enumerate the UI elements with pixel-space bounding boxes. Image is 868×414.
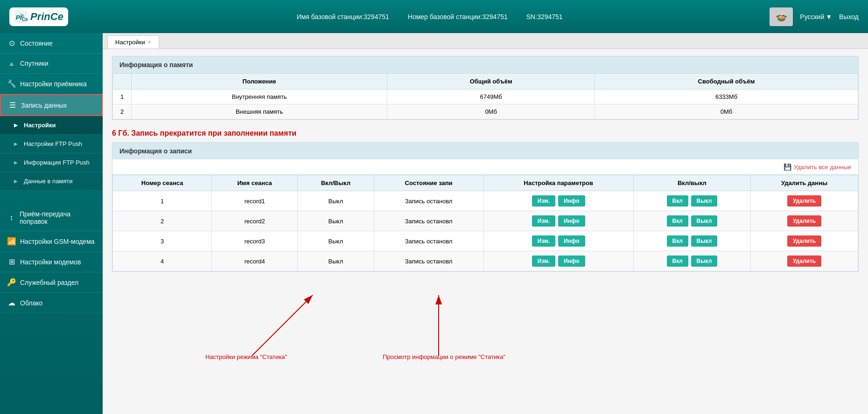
rec-row-2-num: 2 [113,211,212,231]
tab-close-icon[interactable]: × [148,39,151,46]
logo-image: Pr in Ce [14,10,28,24]
off-button-row-3[interactable]: Выкл [691,235,718,247]
info-button-row-4[interactable]: Инфо [558,255,585,267]
delete-all-icon: 💾 [784,163,791,171]
grid-icon: ⊞ [7,257,16,266]
device-icon: 🍲 [770,7,793,26]
sn-info: SN:3294751 [526,13,563,21]
sidebar-item-cloud[interactable]: ☁ Облако [0,293,103,313]
logo-text: PrinCe [30,11,63,23]
edit-button-row-2[interactable]: Изм. [532,215,556,227]
rec-row-2-params: Изм. Инфо [483,211,633,231]
rec-row-4-onoff2: Вкл Выкл [633,251,750,271]
tab-bar: Настройки × [103,33,868,49]
memory-section-header: Информация о памяти [112,56,858,73]
rec-row-3-onoff2: Вкл Выкл [633,231,750,251]
on-button-row-3[interactable]: Вкл [667,235,688,247]
on-button-row-2[interactable]: Вкл [667,215,688,227]
sidebar-item-receiver-settings[interactable]: 🔧 Настройки приёмника [0,74,103,94]
logo-box: Pr in Ce PrinCe [9,7,68,26]
table-icon: ☰ [8,101,17,110]
rec-row-1-status: Запись остановл [374,191,483,211]
rec-row-4-onoff: Выкл [298,251,374,271]
rec-row-1-delete: Удалить [751,191,858,211]
off-button-row-2[interactable]: Выкл [691,215,718,227]
delete-button-row-3[interactable]: Удалить [787,235,821,247]
exit-button[interactable]: Выход [839,13,859,21]
col-session-name-header: Имя сеанса [212,175,298,191]
memory-row-2-position: Внешняя память [132,104,387,119]
rec-row-1-onoff2: Вкл Выкл [633,191,750,211]
col-session-num-header: Номер сеанса [113,175,212,191]
edit-button-row-4[interactable]: Изм. [532,255,556,267]
rec-row-2-onoff: Выкл [298,211,374,231]
rec-row-1-name: record1 [212,191,298,211]
col-onoff2-header: Вкл/выкл [633,175,750,191]
on-button-row-1[interactable]: Вкл [667,195,688,207]
info-button-row-3[interactable]: Инфо [558,235,585,247]
memory-row-2-total: 0Мб [387,104,595,119]
cloud-icon: ☁ [7,298,16,307]
edit-button-row-1[interactable]: Изм. [532,195,556,207]
off-button-row-1[interactable]: Выкл [691,195,718,207]
delete-all-label: Удалить все данные [794,164,851,171]
rec-row-4-params: Изм. Инфо [483,251,633,271]
recording-section: Информация о записи 💾 Удалить все данные… [112,142,859,272]
sidebar-item-data-in-memory[interactable]: Данные в памяти [0,172,103,191]
sidebar-item-service[interactable]: 🔑 Служебный раздел [0,272,103,293]
sidebar-item-modem-settings[interactable]: ⊞ Настройки модемов [0,252,103,272]
annotation-static-info: Просмотр информации о режиме "Статика" [383,353,505,360]
memory-row-1: 1 Внутренняя память 6749Мб 6333Мб [113,90,858,104]
delete-button-row-2[interactable]: Удалить [787,215,821,227]
header-center: Имя базовой станции:3294751 Номер базово… [90,13,770,21]
col-total-header: Общий объём [387,74,595,90]
col-status-header: Состояние запи [374,175,483,191]
sidebar-item-transmission[interactable]: ↕ Приём-передача поправок [0,205,103,231]
recording-row-2: 2 record2 Выкл Запись остановл Изм. Инфо… [113,211,858,231]
memory-row-1-num: 1 [113,90,132,104]
sidebar-item-ftp-push-info[interactable]: Информация FTP Push [0,153,103,172]
sidebar-item-ftp-push-settings[interactable]: Настройки FTP Push [0,135,103,153]
sidebar-item-satellites[interactable]: ⟁ Спутники [0,54,103,74]
rec-row-3-params: Изм. Инфо [483,231,633,251]
svg-text:Ce: Ce [22,16,28,22]
arrows-svg [112,281,859,374]
on-button-row-4[interactable]: Вкл [667,255,688,267]
rec-row-3-onoff: Выкл [298,231,374,251]
recording-row-1: 1 record1 Выкл Запись остановл Изм. Инфо… [113,191,858,211]
off-button-row-4[interactable]: Выкл [691,255,718,267]
sidebar-item-status[interactable]: ⊙ Состояние [0,33,103,54]
rec-row-4-num: 4 [113,251,212,271]
memory-row-2: 2 Внешняя память 0Мб 0Мб [113,104,858,119]
annotation-static-settings: Настройки режима "Статика" [205,353,287,360]
sidebar-item-gsm-modem[interactable]: 📶 Настройки GSM-модема [0,231,103,252]
satellite-icon: ⟁ [7,59,16,68]
sidebar: ⊙ Состояние ⟁ Спутники 🔧 Настройки приём… [0,33,103,414]
info-button-row-2[interactable]: Инфо [558,215,585,227]
status-icon: ⊙ [7,39,16,48]
transmission-icon: ↕ [7,214,16,222]
col-delete-header: Удалить данны [751,175,858,191]
chevron-down-icon: ▼ [826,13,832,21]
edit-button-row-3[interactable]: Изм. [532,235,556,247]
logo-area: Pr in Ce PrinCe [9,7,90,26]
memory-row-1-total: 6749Мб [387,90,595,104]
rec-row-1-num: 1 [113,191,212,211]
warning-text: 6 Гб. Запись прекратится при заполнении … [112,129,859,138]
memory-row-1-free: 6333Мб [595,90,858,104]
memory-section: Информация о памяти Положение Общий объё… [112,56,859,120]
rec-row-1-params: Изм. Инфо [483,191,633,211]
delete-button-row-4[interactable]: Удалить [787,255,821,267]
language-selector[interactable]: Русский ▼ [800,13,832,21]
sidebar-item-data-recording[interactable]: ☰ Запись данных [0,94,103,116]
main-content: Настройки × Информация о памяти Положени… [103,33,868,414]
rec-row-2-delete: Удалить [751,211,858,231]
rec-row-3-status: Запись остановл [374,231,483,251]
delete-all-row[interactable]: 💾 Удалить все данные [112,159,858,175]
key-icon: 🔑 [7,278,16,287]
sidebar-item-settings-sub[interactable]: Настройки [0,116,103,135]
delete-button-row-1[interactable]: Удалить [787,195,821,207]
col-num-header [113,74,132,90]
tab-settings[interactable]: Настройки × [107,35,159,48]
info-button-row-1[interactable]: Инфо [558,195,585,207]
